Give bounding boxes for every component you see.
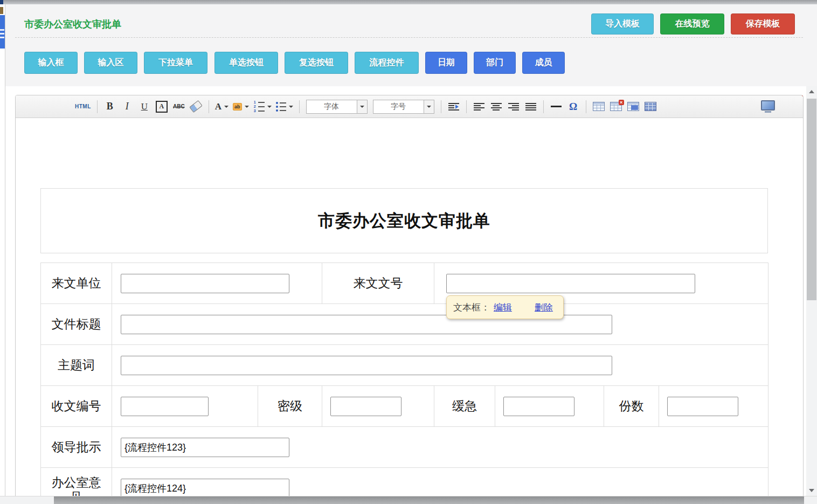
palette-input-box-button[interactable]: 输入框	[24, 52, 78, 74]
input-incoming-number[interactable]	[446, 274, 695, 293]
form-title: 市委办公室收文审批单	[318, 210, 490, 232]
screen: 市委办公室收文审批单 导入模板 在线预览 保存模板 输入框 输入区 下拉菜单 单…	[0, 0, 817, 504]
toolbar-separator	[209, 100, 209, 113]
label-secrecy-level: 密级	[258, 386, 322, 427]
table-row: 收文编号 密级 缓急 份数	[41, 386, 768, 427]
unordered-list-icon	[276, 102, 286, 112]
font-color-button[interactable]: A	[215, 99, 229, 114]
palette-checkbox-button[interactable]: 复选按钮	[285, 52, 348, 74]
input-leader-instruction-flow-control[interactable]	[121, 438, 289, 457]
online-preview-button[interactable]: 在线预览	[660, 13, 724, 34]
control-hover-tooltip: 文本框： 编辑 删除	[446, 295, 564, 319]
html-source-button[interactable]: HTML	[75, 99, 91, 114]
toolbar-separator	[299, 100, 300, 113]
special-char-button[interactable]: Ω	[567, 99, 580, 114]
input-receipt-number[interactable]	[121, 397, 209, 416]
input-urgency[interactable]	[503, 397, 574, 416]
bold-button[interactable]: B	[103, 99, 116, 114]
align-right-button[interactable]	[507, 99, 520, 114]
boxed-a-icon: A	[156, 101, 168, 113]
ordered-list-icon: 1 2 3	[253, 101, 265, 112]
form-table: 来文单位 来文文号 文件标题 主题词 收文编号 密级	[40, 263, 768, 504]
chevron-down-icon	[289, 106, 293, 108]
scroll-down-button[interactable]	[806, 485, 817, 496]
label-incoming-unit: 来文单位	[41, 263, 112, 304]
horizontal-rule-button[interactable]	[550, 99, 563, 114]
table-properties-button[interactable]	[644, 99, 657, 114]
font-frame-button[interactable]: A	[155, 99, 168, 114]
label-subject-words: 主题词	[41, 345, 112, 386]
header-divider	[15, 37, 803, 38]
pencil-icon	[801, 95, 804, 96]
align-right-icon	[508, 103, 519, 111]
tooltip-edit-link[interactable]: 编辑	[494, 301, 512, 314]
label-leader-instruction: 领导批示	[41, 427, 112, 468]
strikethrough-button[interactable]: ABC	[172, 99, 185, 114]
toolbar-separator	[586, 100, 586, 113]
table-row: 来文单位 来文文号	[41, 263, 768, 304]
align-left-icon	[474, 103, 484, 111]
input-office-opinion-flow-control[interactable]	[121, 479, 289, 498]
palette-member-button[interactable]: 成员	[522, 52, 565, 74]
font-family-dropdown-arrow[interactable]	[357, 100, 367, 113]
font-family-value: 字体	[307, 100, 357, 113]
font-family-select[interactable]: 字体	[306, 100, 368, 114]
save-template-button[interactable]: 保存模板	[731, 13, 795, 34]
input-secrecy-level[interactable]	[330, 397, 401, 416]
font-size-select[interactable]: 字号	[373, 100, 434, 114]
italic-button[interactable]: I	[121, 99, 134, 114]
label-doc-title: 文件标题	[41, 304, 112, 345]
table-icon	[593, 102, 605, 111]
align-left-button[interactable]	[473, 99, 486, 114]
align-center-icon	[491, 103, 502, 111]
chevron-down-icon	[427, 106, 431, 108]
delete-table-button[interactable]	[610, 99, 622, 114]
tooltip-delete-link[interactable]: 删除	[535, 301, 553, 314]
import-template-button[interactable]: 导入模板	[591, 13, 654, 34]
palette-department-button[interactable]: 部门	[474, 52, 516, 74]
editor-toolbar: HTML B I U A ABC A ab 1 2 3	[16, 95, 803, 118]
chevron-down-icon	[267, 106, 272, 108]
page-title: 市委办公室收文审批单	[24, 18, 121, 31]
chevron-down-icon	[224, 106, 229, 108]
insert-table-button[interactable]	[592, 99, 605, 114]
fullscreen-button[interactable]	[761, 99, 775, 114]
horizontal-scrollbar[interactable]	[0, 496, 817, 504]
input-subject-words[interactable]	[121, 356, 612, 375]
palette-dropdown-button[interactable]: 下拉菜单	[144, 52, 207, 74]
letter-a-icon: A	[215, 101, 221, 112]
highlight-color-button[interactable]: ab	[233, 99, 249, 114]
palette-date-button[interactable]: 日期	[425, 52, 467, 74]
input-copies[interactable]	[667, 397, 738, 416]
input-incoming-unit[interactable]	[121, 274, 289, 293]
merge-cell-button[interactable]	[627, 99, 640, 114]
table-row: 主题词	[41, 345, 768, 386]
rich-text-editor: HTML B I U A ABC A ab 1 2 3	[15, 95, 804, 504]
toolbar-separator	[543, 100, 544, 113]
eraser-icon	[190, 100, 203, 113]
unordered-list-button[interactable]	[276, 99, 293, 114]
vertical-scrollbar-thumb[interactable]	[807, 99, 816, 300]
background-logo-fragment	[0, 7, 3, 14]
palette-radio-button[interactable]: 单选按钮	[214, 52, 278, 74]
font-size-dropdown-arrow[interactable]	[424, 100, 434, 113]
scroll-up-button[interactable]	[806, 86, 817, 97]
palette-input-area-button[interactable]: 输入区	[84, 52, 137, 74]
align-justify-button[interactable]	[524, 99, 537, 114]
toolbar-separator	[97, 100, 98, 113]
indent-button[interactable]	[447, 99, 460, 114]
chevron-down-icon	[360, 106, 364, 108]
monitor-icon	[761, 100, 775, 111]
ordered-list-button[interactable]: 1 2 3	[253, 99, 272, 114]
remove-format-button[interactable]	[190, 99, 203, 114]
vertical-scrollbar[interactable]	[806, 86, 817, 496]
highlight-ab-icon: ab	[233, 103, 242, 111]
horizontal-scrollbar-thumb[interactable]	[54, 496, 804, 504]
align-center-button[interactable]	[490, 99, 503, 114]
table-delete-icon	[610, 102, 622, 111]
font-size-value: 字号	[373, 100, 424, 113]
palette-flow-control-button[interactable]: 流程控件	[355, 52, 419, 74]
editor-document[interactable]: 市委办公室收文审批单 来文单位 来文文号 文件标题 主	[16, 118, 803, 503]
arrow-down-icon	[809, 489, 814, 492]
underline-button[interactable]: U	[138, 99, 151, 114]
